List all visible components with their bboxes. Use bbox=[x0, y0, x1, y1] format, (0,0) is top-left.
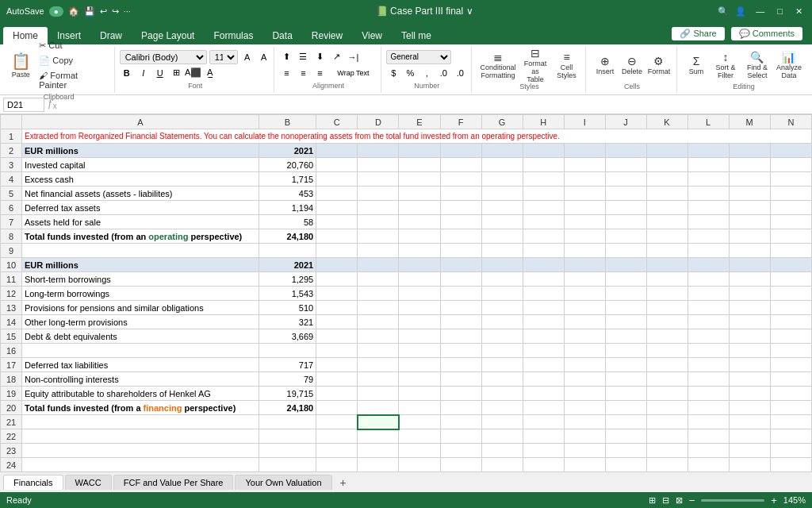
cell-reference-input[interactable]: D21 bbox=[3, 98, 44, 112]
cell-7-K[interactable] bbox=[646, 215, 688, 229]
cell-6-L[interactable] bbox=[688, 201, 729, 215]
cell-21-A[interactable] bbox=[22, 415, 259, 429]
cell-10-E[interactable] bbox=[399, 258, 440, 272]
cell-18-M[interactable] bbox=[729, 372, 770, 387]
cell-4-D[interactable] bbox=[358, 172, 399, 187]
share-btn[interactable]: 🔗 Share bbox=[672, 27, 724, 40]
font-name-select[interactable]: Calibri (Body) bbox=[120, 50, 207, 64]
cell-16-F[interactable] bbox=[440, 344, 481, 358]
cell-15-A[interactable]: Debt & debt equivalents bbox=[22, 329, 259, 344]
wrap-text-btn[interactable]: Wrap Text bbox=[329, 66, 377, 80]
cell-16-I[interactable] bbox=[564, 344, 605, 358]
cell-3-E[interactable] bbox=[399, 158, 440, 172]
cell-12-J[interactable] bbox=[605, 287, 646, 301]
cell-11-I[interactable] bbox=[564, 272, 605, 287]
cell-16-G[interactable] bbox=[481, 344, 523, 358]
cell-24-K[interactable] bbox=[646, 458, 688, 472]
cell-21-H[interactable] bbox=[523, 415, 564, 429]
copy-btn[interactable]: 📄 Copy bbox=[35, 54, 77, 67]
cell-14-G[interactable] bbox=[481, 315, 523, 329]
col-header-h[interactable]: H bbox=[523, 115, 564, 129]
cell-8-L[interactable] bbox=[688, 229, 729, 244]
cell-19-E[interactable] bbox=[399, 387, 440, 401]
cell-23-A[interactable] bbox=[22, 444, 259, 458]
tab-review[interactable]: Review bbox=[302, 27, 352, 44]
col-header-c[interactable]: C bbox=[316, 115, 358, 129]
cell-15-B[interactable]: 3,669 bbox=[259, 329, 316, 344]
cell-22-K[interactable] bbox=[646, 429, 688, 444]
cell-6-G[interactable] bbox=[481, 201, 523, 215]
cell-14-L[interactable] bbox=[688, 315, 729, 329]
cell-8-J[interactable] bbox=[605, 229, 646, 244]
analyze-btn[interactable]: 📊 AnalyzeData bbox=[774, 49, 804, 81]
cell-4-J[interactable] bbox=[605, 172, 646, 187]
autosave-toggle[interactable]: ● bbox=[49, 6, 63, 17]
cell-14-F[interactable] bbox=[440, 315, 481, 329]
cell-10-N[interactable] bbox=[770, 258, 811, 272]
cell-22-G[interactable] bbox=[481, 429, 523, 444]
cell-21-M[interactable] bbox=[729, 415, 770, 429]
maximize-btn[interactable]: □ bbox=[774, 6, 786, 16]
cell-23-M[interactable] bbox=[729, 444, 770, 458]
cell-15-J[interactable] bbox=[605, 329, 646, 344]
cell-9-N[interactable] bbox=[770, 244, 811, 258]
cell-11-N[interactable] bbox=[770, 272, 811, 287]
cell-23-G[interactable] bbox=[481, 444, 523, 458]
cell-6-D[interactable] bbox=[358, 201, 399, 215]
cell-2-E[interactable] bbox=[399, 144, 440, 158]
cell-3-K[interactable] bbox=[646, 158, 688, 172]
cell-24-M[interactable] bbox=[729, 458, 770, 472]
cell-20-A[interactable]: Total funds invested (from a financing p… bbox=[22, 401, 259, 415]
cell-23-J[interactable] bbox=[605, 444, 646, 458]
quick-access-more[interactable]: ··· bbox=[124, 6, 131, 16]
cell-16-C[interactable] bbox=[316, 344, 358, 358]
cell-11-B[interactable]: 1,295 bbox=[259, 272, 316, 287]
cell-3-J[interactable] bbox=[605, 158, 646, 172]
cell-12-N[interactable] bbox=[770, 287, 811, 301]
cell-16-N[interactable] bbox=[770, 344, 811, 358]
cell-10-J[interactable] bbox=[605, 258, 646, 272]
cell-5-D[interactable] bbox=[358, 187, 399, 201]
cell-7-E[interactable] bbox=[399, 215, 440, 229]
cell-20-K[interactable] bbox=[646, 401, 688, 415]
cell-9-A[interactable] bbox=[22, 244, 259, 258]
cell-12-D[interactable] bbox=[358, 287, 399, 301]
cell-18-D[interactable] bbox=[358, 372, 399, 387]
cell-16-J[interactable] bbox=[605, 344, 646, 358]
quick-access-home[interactable]: 🏠 bbox=[68, 6, 79, 17]
cut-btn[interactable]: ✂ Cut bbox=[35, 39, 66, 52]
cell-22-J[interactable] bbox=[605, 429, 646, 444]
cell-12-L[interactable] bbox=[688, 287, 729, 301]
cell-3-A[interactable]: Invested capital bbox=[22, 158, 259, 172]
col-header-l[interactable]: L bbox=[688, 115, 729, 129]
cell-6-E[interactable] bbox=[399, 201, 440, 215]
zoom-slider[interactable] bbox=[701, 499, 764, 502]
cell-20-I[interactable] bbox=[564, 401, 605, 415]
cell-18-G[interactable] bbox=[481, 372, 523, 387]
format-painter-btn[interactable]: 🖌 Format Painter bbox=[35, 69, 109, 91]
cell-17-C[interactable] bbox=[316, 358, 358, 372]
cell-14-D[interactable] bbox=[358, 315, 399, 329]
cell-5-J[interactable] bbox=[605, 187, 646, 201]
cell-3-G[interactable] bbox=[481, 158, 523, 172]
cell-7-A[interactable]: Assets held for sale bbox=[22, 215, 259, 229]
cell-12-A[interactable]: Long-term borrowings bbox=[22, 287, 259, 301]
cell-3-B[interactable]: 20,760 bbox=[259, 158, 316, 172]
cell-19-L[interactable] bbox=[688, 387, 729, 401]
cell-24-F[interactable] bbox=[440, 458, 481, 472]
cell-11-F[interactable] bbox=[440, 272, 481, 287]
cell-22-E[interactable] bbox=[399, 429, 440, 444]
cell-13-M[interactable] bbox=[729, 301, 770, 315]
cell-13-K[interactable] bbox=[646, 301, 688, 315]
cell-6-A[interactable]: Deferred tax assets bbox=[22, 201, 259, 215]
cell-15-F[interactable] bbox=[440, 329, 481, 344]
cell-17-L[interactable] bbox=[688, 358, 729, 372]
cell-6-H[interactable] bbox=[523, 201, 564, 215]
cell-2-B[interactable]: 2021 bbox=[259, 144, 316, 158]
cell-10-C[interactable] bbox=[316, 258, 358, 272]
cell-20-E[interactable] bbox=[399, 401, 440, 415]
align-left-btn[interactable]: ≡ bbox=[279, 66, 293, 80]
cell-19-A[interactable]: Equity attributable to shareholders of H… bbox=[22, 387, 259, 401]
cell-16-B[interactable] bbox=[259, 344, 316, 358]
cell-16-H[interactable] bbox=[523, 344, 564, 358]
